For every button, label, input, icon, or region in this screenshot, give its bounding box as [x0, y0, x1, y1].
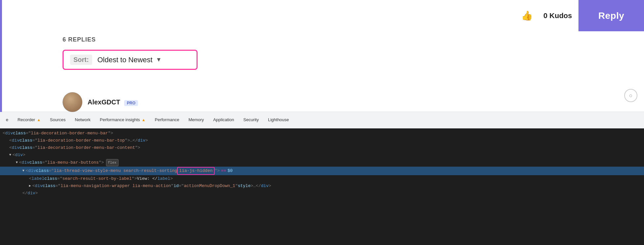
tab-memory[interactable]: Memory	[184, 112, 208, 128]
replies-label: 6 REPLIES	[63, 36, 198, 43]
code-line-2: <div class="lia-decoration-border-menu-b…	[0, 137, 644, 144]
code-line-8: ▶ <div class="lia-menu-navigation-wrappe…	[0, 182, 644, 190]
user-badge: PRO	[124, 100, 138, 106]
sort-value: Oldest to Newest	[97, 56, 153, 64]
avatar-image	[63, 92, 82, 112]
devtools-tab-bar: e Recorder ▲ Sources Network Performance…	[0, 112, 644, 128]
tab-e[interactable]: e	[1, 112, 13, 128]
tab-performance-insights-label: Performance insights	[100, 117, 140, 122]
tab-sources[interactable]: Sources	[45, 112, 70, 128]
performance-insights-warning-icon: ▲	[142, 118, 146, 122]
tab-network[interactable]: Network	[70, 112, 95, 128]
username: AlexGDCT	[88, 98, 120, 106]
tab-recorder[interactable]: Recorder ▲	[13, 112, 45, 128]
collapse-triangle-icon-3: ▼	[22, 168, 24, 174]
chevron-down-icon: ▼	[156, 56, 162, 63]
devtools-panel: e Recorder ▲ Sources Network Performance…	[0, 112, 644, 245]
flex-badge: flex	[106, 159, 119, 166]
username-area: AlexGDCT PRO	[88, 98, 138, 106]
tab-performance[interactable]: Performance	[150, 112, 184, 128]
collapse-triangle-icon-4: ▶	[29, 183, 31, 189]
search-circle-icon[interactable]: ○	[624, 89, 637, 102]
code-line-6[interactable]: ▼ <div class="lia-thread-view-style-menu…	[0, 167, 644, 175]
kudos-reply-bar: 👍 0 Kudos Reply	[517, 0, 644, 31]
code-line-1: <div class="lia-decoration-border-menu-b…	[0, 130, 644, 137]
search-icon: ○	[629, 92, 633, 99]
sort-dropdown[interactable]: Oldest to Newest ▼	[97, 56, 162, 64]
code-line-7: <label class="search-result-sort-by-labe…	[0, 175, 644, 182]
reply-button[interactable]: Reply	[578, 0, 644, 31]
sort-container[interactable]: Sort: Oldest to Newest ▼	[63, 50, 198, 70]
tab-recorder-label: Recorder	[17, 117, 35, 122]
recorder-warning-icon: ▲	[37, 118, 41, 122]
kudos-count: 0 Kudos	[537, 0, 578, 31]
code-line-3: <div class="lia-decoration-border-menu-b…	[0, 144, 644, 151]
left-accent-bar	[0, 0, 2, 112]
tab-security[interactable]: Security	[239, 112, 263, 128]
tab-sources-label: Sources	[50, 117, 66, 122]
tab-lighthouse-label: Lighthouse	[268, 117, 289, 122]
code-line-9: </div>	[0, 190, 644, 197]
devtools-code-area: <div class="lia-decoration-border-menu-b…	[0, 128, 644, 245]
tab-performance-insights[interactable]: Performance insights ▲	[95, 112, 150, 128]
avatar	[63, 92, 82, 112]
sort-label: Sort:	[70, 55, 92, 65]
tab-application[interactable]: Application	[208, 112, 239, 128]
tab-network-label: Network	[75, 117, 91, 122]
collapse-triangle-icon-2: ▼	[16, 159, 18, 166]
user-row: AlexGDCT PRO	[63, 92, 138, 112]
code-line-5: ▼ <div class="lia-menu-bar-buttons"> fle…	[0, 159, 644, 167]
equals-icon: ==	[221, 168, 226, 174]
tab-e-label: e	[6, 117, 8, 122]
tab-security-label: Security	[243, 117, 259, 122]
thumbs-up-icon[interactable]: 👍	[517, 0, 537, 31]
code-line-4: ▼ <div>	[0, 151, 644, 159]
collapse-triangle-icon: ▼	[9, 152, 11, 158]
forum-content-area: 👍 0 Kudos Reply 6 REPLIES Sort: Oldest t…	[0, 0, 644, 112]
dollar-zero: $0	[228, 168, 233, 174]
tab-lighthouse[interactable]: Lighthouse	[263, 112, 294, 128]
highlighted-class-value: lia-js-hidden	[177, 167, 214, 175]
tab-application-label: Application	[213, 117, 234, 122]
tab-memory-label: Memory	[188, 117, 204, 122]
tab-performance-label: Performance	[155, 117, 179, 122]
replies-section: 6 REPLIES Sort: Oldest to Newest ▼	[63, 36, 198, 70]
